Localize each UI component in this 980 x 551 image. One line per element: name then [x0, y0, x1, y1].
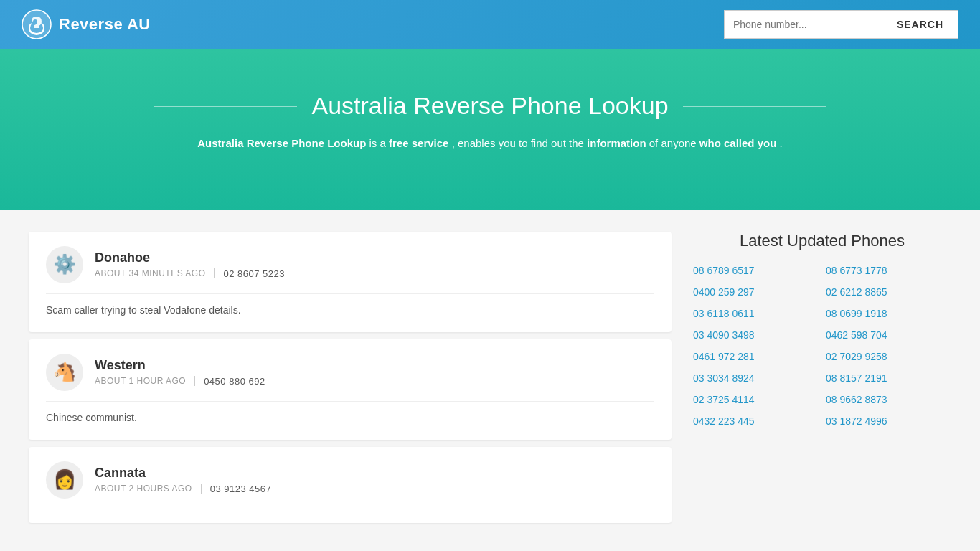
entry-comment: Chinese communist. — [46, 410, 654, 425]
hero-desc-who: who called you — [699, 137, 777, 149]
phone-search-input[interactable] — [724, 10, 882, 39]
latest-phones-title: Latest Updated Phones — [693, 232, 951, 250]
hero-desc-free: free service — [389, 137, 448, 149]
site-header: Reverse AU SEARCH — [0, 0, 980, 49]
phones-grid: 08 6789 651708 6773 17780400 259 29702 6… — [693, 265, 951, 427]
phone-number-link[interactable]: 08 0699 1918 — [826, 308, 951, 319]
phone-number-link[interactable]: 02 3725 4114 — [693, 394, 819, 405]
entry-divider — [214, 268, 215, 278]
phone-number-link[interactable]: 08 6789 6517 — [693, 265, 819, 276]
phone-number-link[interactable]: 08 6773 1778 — [826, 265, 951, 276]
entry-time: ABOUT 1 HOUR AGO — [95, 376, 186, 386]
hero-section: Australia Reverse Phone Lookup Australia… — [0, 49, 980, 210]
phone-number-link[interactable]: 03 6118 0611 — [693, 308, 819, 319]
avatar: 👩 — [46, 461, 83, 499]
entry-separator — [46, 293, 654, 294]
entry-separator — [46, 401, 654, 402]
entry-comment: Scam caller trying to steal Vodafone det… — [46, 303, 654, 318]
entry-info: ABOUT 2 HOURS AGO 03 9123 4567 — [95, 484, 654, 494]
phone-number-link[interactable]: 03 1872 4996 — [826, 415, 951, 427]
entry-phone[interactable]: 03 9123 4567 — [210, 484, 272, 494]
entries-section: ⚙️ Donahoe ABOUT 34 MINUTES AGO 02 8607 … — [29, 232, 672, 523]
entry-card-donahoe: ⚙️ Donahoe ABOUT 34 MINUTES AGO 02 8607 … — [29, 232, 672, 332]
phone-number-link[interactable]: 02 7029 9258 — [826, 351, 951, 362]
phone-number-link[interactable]: 0400 259 297 — [693, 286, 819, 298]
entry-name: Cannata — [95, 466, 654, 481]
entry-name: Western — [95, 358, 654, 373]
hero-desc-text3: of anyone — [649, 137, 699, 149]
logo-icon — [22, 9, 52, 39]
phone-number-link[interactable]: 0462 598 704 — [826, 329, 951, 341]
entry-header: 👩 Cannata ABOUT 2 HOURS AGO 03 9123 4567 — [46, 461, 654, 499]
phone-number-link[interactable]: 03 3034 8924 — [693, 372, 819, 384]
main-content: ⚙️ Donahoe ABOUT 34 MINUTES AGO 02 8607 … — [0, 210, 980, 545]
phone-number-link[interactable]: 08 9662 8873 — [826, 394, 951, 405]
entry-divider — [201, 484, 202, 494]
hero-description: Australia Reverse Phone Lookup is a free… — [29, 134, 951, 153]
entry-time: ABOUT 2 HOURS AGO — [95, 484, 192, 494]
entry-phone[interactable]: 0450 880 692 — [204, 376, 265, 387]
hero-desc-text2: , enables you to find out the — [452, 137, 587, 149]
phone-number-link[interactable]: 0461 972 281 — [693, 351, 819, 362]
entry-meta: Cannata ABOUT 2 HOURS AGO 03 9123 4567 — [95, 466, 654, 494]
hero-desc-text1: is a — [369, 137, 390, 149]
avatar: ⚙️ — [46, 246, 83, 283]
entry-name: Donahoe — [95, 250, 654, 265]
entry-card-western: 🐴 Western ABOUT 1 HOUR AGO 0450 880 692 … — [29, 339, 672, 440]
hero-desc-brand: Australia Reverse Phone Lookup — [197, 137, 366, 149]
logo-area: Reverse AU — [22, 9, 151, 39]
entry-phone[interactable]: 02 8607 5223 — [223, 268, 285, 279]
phone-number-link[interactable]: 08 8157 2191 — [826, 372, 951, 384]
entry-header: 🐴 Western ABOUT 1 HOUR AGO 0450 880 692 — [46, 354, 654, 391]
phone-number-link[interactable]: 03 4090 3498 — [693, 329, 819, 341]
phone-number-link[interactable]: 02 6212 8865 — [826, 286, 951, 298]
hero-desc-info: information — [587, 137, 646, 149]
entry-time: ABOUT 34 MINUTES AGO — [95, 268, 205, 278]
logo-text: Reverse AU — [59, 15, 151, 34]
entry-meta: Western ABOUT 1 HOUR AGO 0450 880 692 — [95, 358, 654, 387]
search-button[interactable]: SEARCH — [882, 10, 958, 39]
phone-number-link[interactable]: 0432 223 445 — [693, 415, 819, 427]
hero-title: Australia Reverse Phone Lookup — [311, 92, 668, 120]
entry-info: ABOUT 34 MINUTES AGO 02 8607 5223 — [95, 268, 654, 279]
entry-card-cannata: 👩 Cannata ABOUT 2 HOURS AGO 03 9123 4567 — [29, 447, 672, 523]
avatar: 🐴 — [46, 354, 83, 391]
entry-meta: Donahoe ABOUT 34 MINUTES AGO 02 8607 522… — [95, 250, 654, 279]
entry-divider — [194, 376, 195, 386]
entry-info: ABOUT 1 HOUR AGO 0450 880 692 — [95, 376, 654, 387]
hero-desc-period: . — [780, 137, 783, 149]
entry-header: ⚙️ Donahoe ABOUT 34 MINUTES AGO 02 8607 … — [46, 246, 654, 283]
search-area: SEARCH — [724, 10, 958, 39]
latest-phones-sidebar: Latest Updated Phones 08 6789 651708 677… — [693, 232, 951, 523]
